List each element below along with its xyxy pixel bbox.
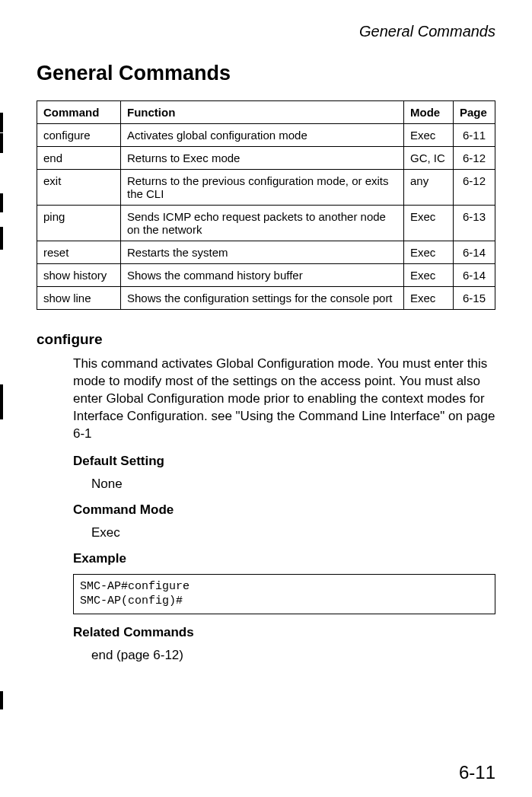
change-bar (0, 133, 3, 153)
cell-command: show line (37, 287, 121, 310)
table-header-command: Command (37, 101, 121, 124)
cell-function: Returns to the previous configuration mo… (121, 170, 404, 206)
change-bar (0, 227, 3, 250)
change-bar (0, 113, 3, 132)
cell-command: end (37, 147, 121, 170)
table-header-row: Command Function Mode Page (37, 101, 495, 124)
cell-function: Shows the configuration settings for the… (121, 287, 404, 310)
cell-page: 6-15 (454, 287, 495, 310)
table-row: configure Activates global configuration… (37, 124, 495, 147)
cell-function: Returns to Exec mode (121, 147, 404, 170)
example-heading: Example (73, 551, 495, 566)
table-row: show history Shows the command history b… (37, 264, 495, 287)
cell-page: 6-12 (454, 147, 495, 170)
change-bar (0, 384, 3, 419)
table-row: ping Sends ICMP echo request packets to … (37, 206, 495, 241)
cell-function: Restarts the system (121, 241, 404, 264)
cell-mode: Exec (404, 287, 454, 310)
table-header-page: Page (454, 101, 495, 124)
cell-mode: Exec (404, 264, 454, 287)
table-row: show line Shows the configuration settin… (37, 287, 495, 310)
page-number: 6-11 (459, 762, 495, 783)
related-commands-heading: Related Commands (73, 625, 495, 640)
command-mode-value: Exec (91, 525, 495, 540)
cell-page: 6-12 (454, 170, 495, 206)
default-setting-heading: Default Setting (73, 454, 495, 469)
cell-command: show history (37, 264, 121, 287)
change-bar (0, 193, 3, 212)
commands-table: Command Function Mode Page configure Act… (37, 100, 495, 310)
default-setting-value: None (91, 477, 495, 492)
cell-page: 6-14 (454, 241, 495, 264)
cell-mode: Exec (404, 241, 454, 264)
change-bar (0, 691, 3, 709)
cell-page: 6-13 (454, 206, 495, 241)
table-row: exit Returns to the previous configurati… (37, 170, 495, 206)
cell-mode: Exec (404, 124, 454, 147)
running-header: General Commands (37, 23, 495, 40)
cell-function: Sends ICMP echo request packets to anoth… (121, 206, 404, 241)
table-row: reset Restarts the system Exec 6-14 (37, 241, 495, 264)
cell-mode: Exec (404, 206, 454, 241)
cell-page: 6-14 (454, 264, 495, 287)
cell-command: reset (37, 241, 121, 264)
related-commands-value: end (page 6-12) (91, 648, 495, 663)
configure-description: This command activates Global Configurat… (73, 355, 495, 443)
page-title: General Commands (37, 62, 495, 85)
cell-function: Activates global configuration mode (121, 124, 404, 147)
cell-command: exit (37, 170, 121, 206)
cell-mode: GC, IC (404, 147, 454, 170)
command-mode-heading: Command Mode (73, 502, 495, 518)
cell-page: 6-11 (454, 124, 495, 147)
cell-function: Shows the command history buffer (121, 264, 404, 287)
cell-mode: any (404, 170, 454, 206)
table-row: end Returns to Exec mode GC, IC 6-12 (37, 147, 495, 170)
section-heading-configure: configure (37, 331, 495, 348)
cell-command: ping (37, 206, 121, 241)
cell-command: configure (37, 124, 121, 147)
table-header-function: Function (121, 101, 404, 124)
example-code: SMC-AP#configure SMC-AP(config)# (73, 574, 495, 614)
table-header-mode: Mode (404, 101, 454, 124)
